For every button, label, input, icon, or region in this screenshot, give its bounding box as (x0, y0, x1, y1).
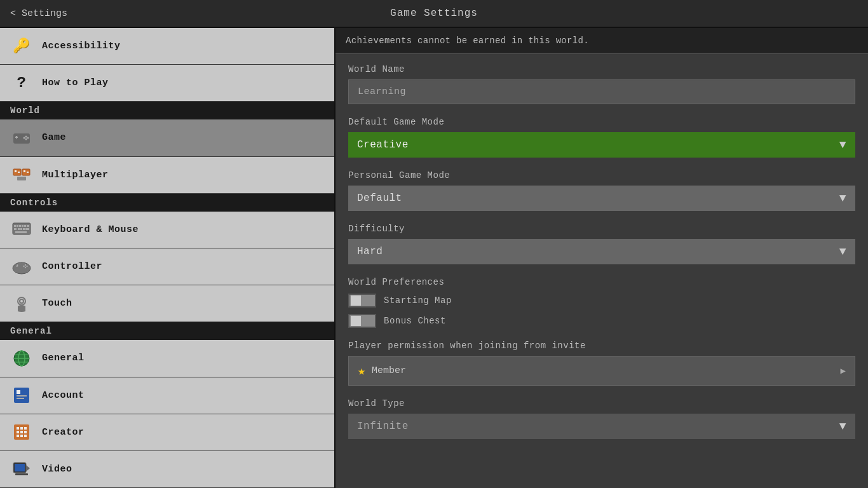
sidebar-item-accessibility[interactable]: 🔑 Accessibility (0, 28, 334, 65)
svg-rect-10 (22, 169, 30, 175)
touch-icon (10, 292, 33, 315)
sidebar-item-label: Accessibility (42, 41, 121, 51)
personal-game-mode-label: Personal Game Mode (348, 170, 855, 180)
svg-point-33 (23, 265, 24, 266)
sidebar-item-label: General (42, 353, 85, 363)
content-inner: World Name Learning Default Game Mode Cr… (336, 54, 868, 462)
back-button[interactable]: < Settings (10, 8, 67, 19)
bonus-chest-toggle[interactable] (348, 314, 376, 328)
main-layout: 🔑 Accessibility ? How to Play World (0, 28, 868, 488)
sidebar-item-label: Creator (42, 427, 85, 438)
default-game-mode-dropdown[interactable]: Creative ▼ (348, 132, 855, 158)
controller-icon (10, 255, 33, 278)
world-name-label: World Name (348, 64, 855, 74)
world-name-group: World Name Learning (348, 64, 855, 104)
svg-rect-49 (17, 431, 19, 433)
permission-left: ★ Member (358, 363, 406, 379)
section-header-controls: Controls (0, 194, 334, 212)
sidebar-item-label: Multiplayer (42, 170, 109, 180)
chevron-down-icon: ▼ (839, 245, 846, 258)
sidebar-item-label: Touch (42, 298, 72, 309)
svg-rect-44 (17, 398, 24, 399)
keyboard-icon (10, 218, 33, 241)
world-type-dropdown[interactable]: Infinite ▼ (348, 414, 855, 439)
chevron-right-icon: ▶ (841, 365, 846, 376)
svg-rect-29 (17, 264, 18, 266)
world-type-value: Infinite (357, 421, 409, 432)
svg-rect-22 (18, 228, 20, 230)
svg-rect-17 (19, 225, 21, 227)
page-title: Game Settings (390, 8, 478, 19)
svg-rect-43 (17, 395, 27, 396)
back-label: < Settings (10, 8, 67, 19)
bonus-chest-row: Bonus Chest (348, 314, 855, 328)
sidebar-item-keyboard-mouse[interactable]: Keyboard & Mouse (0, 212, 334, 248)
difficulty-value: Hard (357, 246, 383, 257)
section-header-general: General (0, 322, 334, 340)
personal-game-mode-dropdown[interactable]: Default ▼ (348, 186, 855, 211)
svg-point-4 (27, 137, 29, 139)
sidebar-item-multiplayer[interactable]: Multiplayer (0, 157, 334, 194)
svg-rect-21 (14, 228, 17, 230)
svg-rect-24 (23, 228, 25, 230)
sidebar-item-creator[interactable]: Creator (0, 414, 334, 451)
svg-point-35 (20, 299, 24, 303)
sidebar-item-label: Video (42, 464, 72, 475)
svg-rect-51 (24, 431, 27, 433)
difficulty-label: Difficulty (348, 224, 855, 234)
member-label: Member (372, 365, 406, 376)
svg-point-3 (25, 135, 27, 137)
sidebar-item-touch[interactable]: Touch (0, 285, 334, 322)
svg-rect-52 (17, 435, 19, 437)
game-icon (10, 126, 33, 149)
sidebar-item-label: Account (42, 390, 85, 401)
multiplayer-icon (10, 163, 33, 186)
difficulty-dropdown[interactable]: Hard ▼ (348, 239, 855, 264)
svg-rect-11 (24, 170, 25, 172)
svg-rect-53 (20, 435, 23, 437)
world-type-group: World Type Infinite ▼ (348, 398, 855, 439)
svg-rect-54 (24, 435, 27, 437)
svg-rect-19 (24, 225, 26, 227)
svg-point-27 (13, 262, 31, 274)
svg-rect-47 (20, 427, 23, 430)
svg-marker-57 (26, 465, 30, 471)
svg-point-5 (25, 138, 27, 140)
svg-point-32 (25, 266, 26, 268)
svg-rect-13 (17, 177, 26, 180)
sidebar-item-general[interactable]: General (0, 340, 334, 377)
account-icon (10, 384, 33, 407)
video-icon (10, 458, 33, 480)
sidebar: 🔑 Accessibility ? How to Play World (0, 28, 336, 488)
sidebar-item-label: How to Play (42, 78, 109, 88)
default-game-mode-label: Default Game Mode (348, 117, 855, 127)
world-type-label: World Type (348, 398, 855, 409)
svg-rect-20 (27, 225, 29, 227)
world-preferences-section: World Preferences Starting Map Bonus Che… (348, 277, 855, 328)
starting-map-toggle[interactable] (348, 294, 376, 308)
section-header-world: World (0, 102, 334, 119)
svg-rect-16 (17, 225, 18, 227)
sidebar-item-how-to-play[interactable]: ? How to Play (0, 65, 334, 102)
toggle-knob (351, 295, 361, 306)
chevron-down-icon: ▼ (839, 420, 846, 433)
player-permission-row[interactable]: ★ Member ▶ (348, 356, 855, 386)
chevron-down-icon: ▼ (839, 139, 846, 151)
svg-rect-48 (24, 427, 27, 430)
toggle-knob (351, 316, 361, 326)
svg-rect-25 (25, 228, 29, 230)
key-icon: 🔑 (10, 35, 33, 58)
title-bar: < Settings Game Settings (0, 0, 868, 28)
content-panel: Achievements cannot be earned in this wo… (336, 28, 868, 488)
achievement-notice: Achievements cannot be earned in this wo… (336, 28, 868, 54)
sidebar-item-game[interactable]: Game (0, 119, 334, 156)
svg-point-34 (18, 297, 25, 305)
sidebar-item-video[interactable]: Video (0, 451, 334, 488)
sidebar-item-label: Game (42, 132, 66, 143)
sidebar-item-controller[interactable]: Controller (0, 248, 334, 285)
personal-game-mode-group: Personal Game Mode Default ▼ (348, 170, 855, 211)
svg-rect-42 (17, 390, 20, 394)
sidebar-item-account[interactable]: Account (0, 377, 334, 414)
svg-rect-12 (27, 172, 29, 173)
starting-map-label: Starting Map (384, 295, 452, 306)
